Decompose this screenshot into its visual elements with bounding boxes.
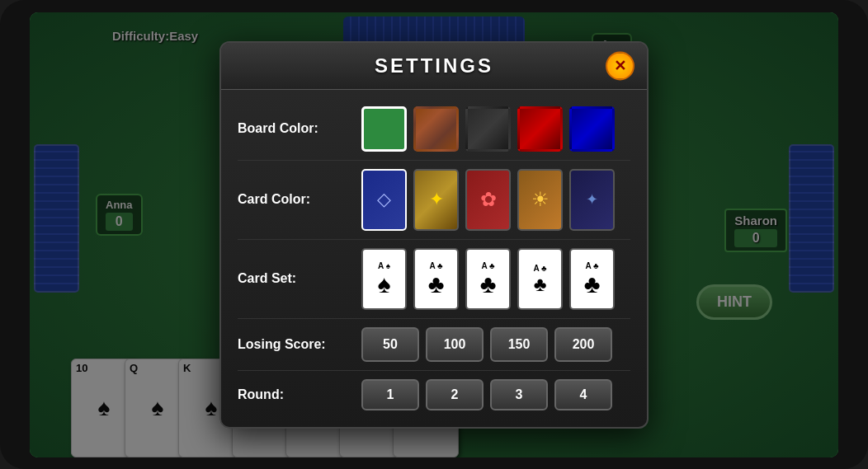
round-btn-2[interactable]: 2 bbox=[426, 379, 484, 410]
score-btn-100[interactable]: 100 bbox=[426, 327, 484, 362]
card-color-darkblue[interactable]: ✦ bbox=[569, 169, 615, 231]
round-label: Round: bbox=[238, 387, 361, 402]
close-button[interactable]: ✕ bbox=[606, 51, 634, 80]
card-color-row: Card Color: ◇ ✦ ✿ ☀ bbox=[238, 161, 630, 240]
round-btn-1[interactable]: 1 bbox=[361, 379, 419, 410]
round-btn-4[interactable]: 4 bbox=[554, 379, 612, 410]
round-btn-3[interactable]: 3 bbox=[490, 379, 548, 410]
modal-overlay: SETTINGS ✕ Board Color: bbox=[30, 12, 838, 457]
close-icon: ✕ bbox=[614, 57, 626, 75]
losing-score-options: 50 100 150 200 bbox=[361, 327, 612, 362]
card-set-4[interactable]: A ♣ ♣ bbox=[517, 248, 563, 310]
card-set-options: A ♠ ♠ A ♣ ♣ A ♣ ♣ bbox=[361, 248, 615, 310]
tablet-frame: Difficulty:Easy Ann 0 Anna 0 Sharon 0 HI… bbox=[0, 0, 868, 469]
card-set-5[interactable]: A ♣ ♣ bbox=[569, 248, 615, 310]
card-color-red[interactable]: ✿ bbox=[465, 169, 511, 231]
card-set-label: Card Set: bbox=[238, 271, 361, 286]
score-btn-200[interactable]: 200 bbox=[554, 327, 612, 362]
card-set-3[interactable]: A ♣ ♣ bbox=[465, 248, 511, 310]
card-color-blue[interactable]: ◇ bbox=[361, 169, 407, 231]
modal-body: Board Color: Card Color: ◇ bbox=[221, 90, 647, 427]
card-color-orange[interactable]: ☀ bbox=[517, 169, 563, 231]
game-background: Difficulty:Easy Ann 0 Anna 0 Sharon 0 HI… bbox=[30, 12, 838, 457]
swatch-navy[interactable] bbox=[569, 106, 615, 152]
losing-score-label: Losing Score: bbox=[238, 337, 361, 352]
card-set-2[interactable]: A ♣ ♣ bbox=[413, 248, 459, 310]
card-set-row: Card Set: A ♠ ♠ A ♣ ♣ A ♣ bbox=[238, 240, 630, 319]
board-color-options bbox=[361, 106, 615, 152]
swatch-green[interactable] bbox=[361, 106, 407, 152]
card-color-label: Card Color: bbox=[238, 192, 361, 207]
settings-title: SETTINGS bbox=[375, 54, 493, 77]
settings-modal: SETTINGS ✕ Board Color: bbox=[219, 41, 649, 429]
card-set-1[interactable]: A ♠ ♠ bbox=[361, 248, 407, 310]
card-color-gold[interactable]: ✦ bbox=[413, 169, 459, 231]
swatch-red[interactable] bbox=[517, 106, 563, 152]
losing-score-row: Losing Score: 50 100 150 200 bbox=[238, 319, 630, 371]
modal-header: SETTINGS ✕ bbox=[221, 43, 647, 90]
card-color-options: ◇ ✦ ✿ ☀ ✦ bbox=[361, 169, 615, 231]
round-options: 1 2 3 4 bbox=[361, 379, 612, 410]
board-color-label: Board Color: bbox=[238, 121, 361, 136]
swatch-dark[interactable] bbox=[465, 106, 511, 152]
swatch-wood[interactable] bbox=[413, 106, 459, 152]
board-color-row: Board Color: bbox=[238, 98, 630, 161]
score-btn-50[interactable]: 50 bbox=[361, 327, 419, 362]
round-row: Round: 1 2 3 4 bbox=[238, 371, 630, 419]
score-btn-150[interactable]: 150 bbox=[490, 327, 548, 362]
